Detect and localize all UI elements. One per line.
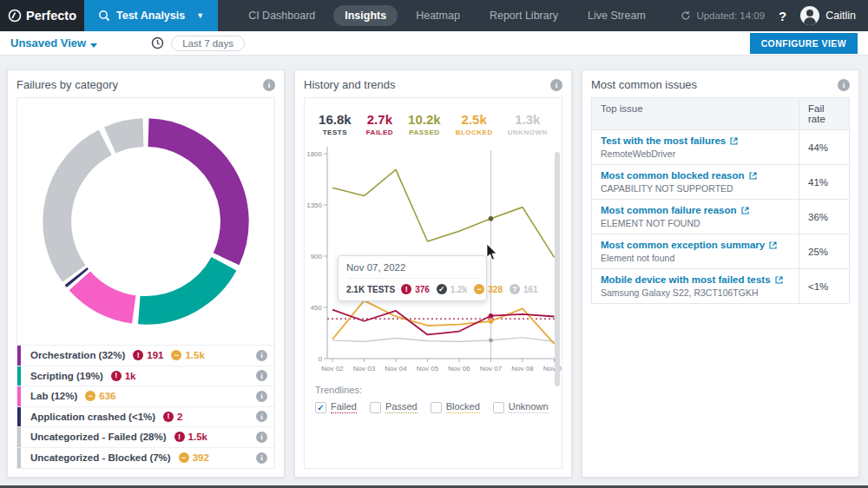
view-selector[interactable]: Unsaved View xyxy=(10,36,97,49)
category-label: Uncategorized - Blocked (7%) xyxy=(30,452,171,463)
trend-chart[interactable]: 045090013501800Nov 02Nov 03Nov 04Nov 05N… xyxy=(305,142,562,379)
donut-segment-orchestration[interactable] xyxy=(148,133,234,260)
nav-item-insights[interactable]: Insights xyxy=(333,5,398,26)
updated-status[interactable]: Updated: 14:09 xyxy=(681,10,765,21)
failed-count: 1.5k xyxy=(188,432,207,442)
x-tick-label: Nov 04 xyxy=(385,365,407,373)
trendline-checkbox-blocked[interactable] xyxy=(431,402,442,413)
trendline-label-blocked[interactable]: Blocked xyxy=(446,401,480,413)
legend-row-uncategorized-blocked-7[interactable]: Uncategorized - Blocked (7%)−392i xyxy=(17,448,274,469)
category-color-bar xyxy=(17,386,21,406)
stat-value: 2.5k xyxy=(456,112,493,127)
failures-by-category-panel: Failures by category i Orchestration (32… xyxy=(7,69,285,478)
dashboard: Failures by category i Orchestration (32… xyxy=(0,56,868,478)
trendline-checkbox-passed[interactable] xyxy=(370,402,381,413)
donut-svg[interactable] xyxy=(17,98,274,345)
failed-icon: ! xyxy=(401,284,411,294)
info-icon[interactable]: i xyxy=(550,79,562,91)
nav-item-heatmap[interactable]: Heatmap xyxy=(404,5,471,26)
fail-rate-value: 25% xyxy=(799,234,849,268)
nav-item-report-library[interactable]: Report Library xyxy=(478,5,569,26)
stat-unknown: 1.3kUNKNOWN xyxy=(508,112,548,136)
tooltip-failed: 376 xyxy=(415,285,430,294)
issue-cell: Test with the most failuresRemoteWebDriv… xyxy=(592,130,799,164)
info-icon[interactable]: i xyxy=(256,391,267,402)
legend-row-application-crashed-1[interactable]: Application crashed (<1%)!2i xyxy=(17,407,274,428)
tooltip-unknown: 161 xyxy=(523,285,538,294)
help-button[interactable]: ? xyxy=(779,9,786,23)
category-color-bar xyxy=(17,407,21,427)
info-icon[interactable]: i xyxy=(838,79,850,91)
donut-segment-application-crashed[interactable] xyxy=(76,276,78,278)
donut-segment-uncategorized-blocked[interactable] xyxy=(110,133,143,141)
donut-segment-scripting[interactable] xyxy=(139,264,224,311)
trendline-options: ✓FailedPassedBlockedUnknown xyxy=(315,401,551,413)
issues-table: Top issue Fail rate Test with the most f… xyxy=(591,97,850,304)
legend-row-lab-12[interactable]: Lab (12%)−636i xyxy=(17,386,274,407)
external-link-icon xyxy=(775,276,783,284)
info-icon[interactable]: i xyxy=(256,432,267,443)
stat-label: TESTS xyxy=(319,129,352,136)
stat-label: FAILED xyxy=(366,129,393,136)
updated-text: Updated: 14:09 xyxy=(696,10,765,21)
failures-donut-chart xyxy=(17,98,274,345)
chart-tooltip: Nov 07, 2022 2.1K TESTS ! 376 ✓ 1.2k − 3… xyxy=(338,255,487,301)
trendline-label-failed[interactable]: Failed xyxy=(331,401,357,413)
tooltip-tests: 2.1K TESTS xyxy=(346,285,395,294)
category-color-bar xyxy=(17,366,21,386)
external-link-icon xyxy=(730,137,738,145)
blocked-icon: − xyxy=(171,350,181,360)
info-icon[interactable]: i xyxy=(256,370,267,381)
x-tick-label: Nov 05 xyxy=(417,365,439,373)
column-fail-rate: Fail rate xyxy=(799,98,849,129)
external-link-icon xyxy=(769,241,777,249)
failed-count: 191 xyxy=(147,350,163,360)
info-icon[interactable]: i xyxy=(256,350,267,361)
highlight-dot xyxy=(489,339,493,343)
stat-label: BLOCKED xyxy=(456,129,493,136)
issue-link[interactable]: Test with the most failures xyxy=(601,135,790,146)
configure-view-button[interactable]: CONFIGURE VIEW xyxy=(750,33,858,54)
refresh-icon xyxy=(681,10,691,21)
issue-link[interactable]: Most common exception summary xyxy=(601,240,790,250)
panel-title: Failures by category xyxy=(16,78,118,91)
table-row: Most common blocked reasonCAPABILITY NOT… xyxy=(592,165,849,200)
user-menu[interactable]: Caitlin xyxy=(800,6,856,25)
table-row: Test with the most failuresRemoteWebDriv… xyxy=(592,130,849,165)
donut-segment-uncategorized-failed[interactable] xyxy=(57,142,105,274)
summary-stats: 16.8kTESTS2.7kFAILED10.2kPASSED2.5kBLOCK… xyxy=(305,98,562,142)
time-range-chip[interactable]: Last 7 days xyxy=(171,36,245,51)
unknown-icon: ? xyxy=(510,284,520,294)
y-tick-label: 1800 xyxy=(306,150,322,158)
test-analysis-icon xyxy=(98,10,110,22)
issue-link[interactable]: Most common blocked reason xyxy=(601,170,790,181)
info-icon[interactable]: i xyxy=(263,79,275,91)
product-switcher[interactable]: Test Analysis ▼ xyxy=(84,0,218,31)
blocked-icon: − xyxy=(179,452,189,463)
trendline-label-unknown[interactable]: Unknown xyxy=(509,401,549,413)
donut-segment-lab[interactable] xyxy=(80,280,134,309)
issue-link[interactable]: Mobile device with most failed tests xyxy=(601,274,790,285)
nav-item-live-stream[interactable]: Live Stream xyxy=(576,5,657,26)
info-icon[interactable]: i xyxy=(256,411,267,422)
issue-link[interactable]: Most common failure reason xyxy=(601,205,790,215)
trendline-checkbox-unknown[interactable] xyxy=(493,402,504,413)
x-tick-label: Nov 07 xyxy=(480,365,503,373)
trendline-label-passed[interactable]: Passed xyxy=(385,401,418,413)
nav-item-ci-dashboard[interactable]: CI Dashboard xyxy=(237,5,326,26)
category-color-bar xyxy=(17,427,21,447)
legend-row-uncategorized-failed-28[interactable]: Uncategorized - Failed (28%)!1.5ki xyxy=(17,427,274,448)
trendline-checkbox-failed[interactable]: ✓ xyxy=(315,402,326,413)
highlight-dot xyxy=(489,216,494,221)
panel-title: Most common issues xyxy=(591,78,697,91)
failed-count: 2 xyxy=(177,412,182,422)
perfecto-logo[interactable]: Perfecto xyxy=(0,0,84,31)
info-icon[interactable]: i xyxy=(256,452,267,464)
legend-row-scripting-19[interactable]: Scripting (19%)!1ki xyxy=(17,366,274,387)
series-line-failed xyxy=(332,310,555,335)
issue-detail: Element not found xyxy=(601,253,790,263)
history-and-trends-panel: History and trends i 16.8kTESTS2.7kFAILE… xyxy=(294,69,572,478)
brand-name: Perfecto xyxy=(26,9,76,23)
panel-scrollbar[interactable] xyxy=(555,152,560,386)
legend-row-orchestration-32[interactable]: Orchestration (32%)!191−1.5ki xyxy=(17,346,274,366)
